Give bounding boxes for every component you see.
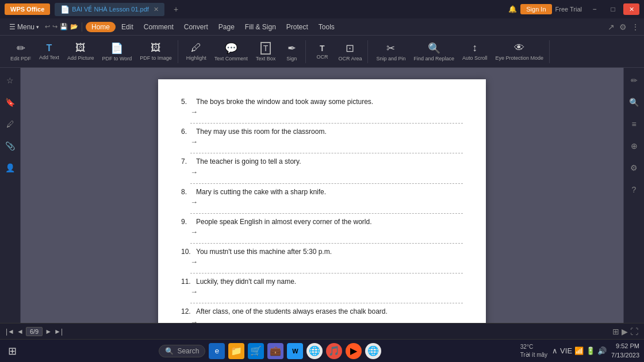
file-tab[interactable]: 📄 BÀI VỀ NHÀ Lesson 01.pdf ✕: [55, 3, 164, 16]
maximize-button[interactable]: □: [605, 3, 621, 15]
grid-icon[interactable]: ⋮: [631, 22, 639, 32]
dual-page-view-icon[interactable]: ▶: [622, 327, 628, 336]
taskbar-browser2-icon[interactable]: 🌐: [365, 343, 381, 359]
sidebar-attachment-icon[interactable]: 📎: [2, 138, 18, 154]
share-icon[interactable]: ↗: [608, 22, 615, 32]
exercise-number: 12.: [181, 306, 194, 317]
eye-protection-button[interactable]: 👁 Eye Protection Mode: [492, 40, 547, 63]
add-text-button[interactable]: T Add Text: [36, 41, 63, 62]
notification-icon[interactable]: 🔔: [508, 5, 517, 13]
new-tab-button[interactable]: +: [169, 2, 183, 16]
right-sidebar-search-icon[interactable]: 🔍: [626, 94, 642, 110]
search-label: Search: [177, 347, 199, 355]
redo-icon[interactable]: ↪: [52, 23, 57, 30]
menu-item-protect[interactable]: Protect: [282, 21, 313, 33]
menu-item-page[interactable]: Page: [214, 21, 239, 33]
page-indicator[interactable]: 6/9: [26, 327, 43, 336]
exercise-answer-line: [190, 237, 463, 244]
find-replace-button[interactable]: 🔍 Find and Replace: [410, 40, 458, 63]
language-indicator[interactable]: VIE: [560, 346, 572, 355]
menu-item-tools[interactable]: Tools: [314, 21, 339, 33]
taskbar-search[interactable]: 🔍 Search: [159, 345, 205, 357]
right-sidebar-settings-icon[interactable]: ⚙: [626, 160, 642, 176]
ocr-button[interactable]: T OCR: [310, 42, 334, 61]
taskbar-store-icon[interactable]: 🛒: [248, 343, 264, 359]
taskbar-music-icon[interactable]: 🎵: [326, 343, 342, 359]
right-sidebar-toc-icon[interactable]: ≡: [626, 116, 642, 132]
menu-item-comment[interactable]: Comment: [139, 21, 178, 33]
left-sidebar: ☆ 🔖 🖊 📎 👤: [0, 68, 21, 323]
text-box-button[interactable]: T Text Box: [252, 40, 279, 63]
taskbar-apps-icon[interactable]: W: [287, 343, 303, 359]
ocr-area-button[interactable]: ⊡ OCR Area: [335, 40, 365, 63]
minimize-button[interactable]: −: [586, 3, 603, 15]
menu-item-home[interactable]: Home: [86, 22, 116, 32]
exercise-arrow: →: [190, 107, 463, 116]
close-button[interactable]: ✕: [623, 3, 639, 15]
clock[interactable]: 9:52 PM 7/13/2023: [611, 342, 639, 360]
add-picture-button[interactable]: 🖼 Add Picture: [64, 40, 98, 63]
text-box-icon: T: [260, 42, 271, 55]
taskbar-explorer-icon[interactable]: 📁: [228, 343, 244, 359]
sidebar-thumbnail-icon[interactable]: ☆: [2, 72, 18, 88]
exercise-text: People speak English in almost every cor…: [196, 217, 372, 228]
auto-scroll-button[interactable]: ↕ Auto Scroll: [459, 40, 491, 63]
up-arrow-icon[interactable]: ∧: [552, 346, 558, 355]
exercise-container: 5.The boys broke the window and took awa…: [181, 97, 463, 323]
menu-item-convert[interactable]: Convert: [179, 21, 213, 33]
settings-icon[interactable]: ⚙: [619, 22, 627, 32]
sidebar-annotation-icon[interactable]: 🖊: [2, 116, 18, 132]
exercise-item: 11.Luckily, they didn't call my name.→: [181, 276, 463, 303]
exercise-arrow: →: [190, 287, 463, 296]
sidebar-signature-icon[interactable]: 👤: [2, 160, 18, 176]
volume-icon[interactable]: 🔊: [597, 346, 607, 355]
sign-in-button[interactable]: Sign In: [520, 4, 551, 14]
right-sidebar-help-icon[interactable]: ?: [626, 182, 642, 198]
taskbar-right: 32°C Trời ít mây ∧ VIE 📶 🔋 🔊 9:52 PM 7/1…: [520, 342, 639, 360]
snip-pin-button[interactable]: ✂ Snip and Pin: [373, 40, 409, 63]
taskbar-edge-icon[interactable]: e: [209, 343, 225, 359]
last-page-button[interactable]: ►|: [54, 328, 63, 336]
wps-office-tab[interactable]: WPS Office: [5, 3, 50, 15]
menu-item-edit[interactable]: Edit: [117, 21, 138, 33]
next-page-button[interactable]: ►: [45, 328, 52, 336]
exercise-text: They may use this room for the classroom…: [196, 126, 327, 137]
save-icon[interactable]: 💾: [60, 23, 68, 30]
prev-page-button[interactable]: ◄: [17, 328, 24, 336]
exercise-text: You mustn't use this machine after 5:30 …: [196, 247, 332, 257]
taskbar-chrome-icon[interactable]: 🌐: [306, 343, 323, 359]
file-tab-close[interactable]: ✕: [154, 6, 159, 13]
text-comment-button[interactable]: 💬 Text Comment: [211, 40, 251, 63]
fullscreen-icon[interactable]: ⛶: [630, 327, 638, 336]
wifi-icon[interactable]: 📶: [574, 346, 584, 355]
exercise-answer-line: [190, 207, 463, 214]
menu-item-fill-sign[interactable]: Fill & Sign: [240, 21, 281, 33]
highlight-button[interactable]: 🖊 Highlight: [183, 40, 210, 63]
exercise-number: 11.: [181, 276, 194, 287]
sidebar-bookmark-icon[interactable]: 🔖: [2, 94, 18, 110]
exercise-arrow: →: [190, 137, 463, 146]
open-icon[interactable]: 📂: [70, 23, 78, 30]
find-replace-icon: 🔍: [428, 42, 440, 55]
sign-button[interactable]: ✒ Sign: [280, 40, 303, 63]
battery-icon[interactable]: 🔋: [586, 346, 595, 355]
start-button[interactable]: ⊞: [5, 342, 20, 360]
single-page-view-icon[interactable]: ⊞: [612, 327, 619, 336]
pdf-to-word-button[interactable]: 📄 PDF to Word: [98, 40, 135, 63]
highlight-icon: 🖊: [191, 42, 201, 54]
right-sidebar-add-icon[interactable]: ⊕: [626, 138, 642, 154]
edit-pdf-button[interactable]: ✏ Edit PDF: [7, 40, 34, 63]
pdf-to-image-icon: 🖼: [151, 42, 161, 54]
taskbar-teams-icon[interactable]: 💼: [267, 343, 283, 359]
first-page-button[interactable]: |◄: [6, 328, 14, 336]
snip-pin-icon: ✂: [386, 42, 395, 55]
window-controls: − □ ✕: [586, 3, 639, 15]
exercise-text: The teacher is going to tell a story.: [196, 156, 301, 167]
right-sidebar-edit-icon[interactable]: ✏: [626, 72, 642, 88]
edit-pdf-icon: ✏: [17, 42, 25, 55]
date-display: 7/13/2023: [611, 351, 639, 360]
menu-item-menu[interactable]: ☰ Menu ▾: [5, 21, 44, 33]
taskbar-video-icon[interactable]: ▶: [346, 343, 362, 359]
undo-icon[interactable]: ↩: [45, 23, 50, 30]
pdf-to-image-button[interactable]: 🖼 PDF to Image: [136, 40, 175, 63]
